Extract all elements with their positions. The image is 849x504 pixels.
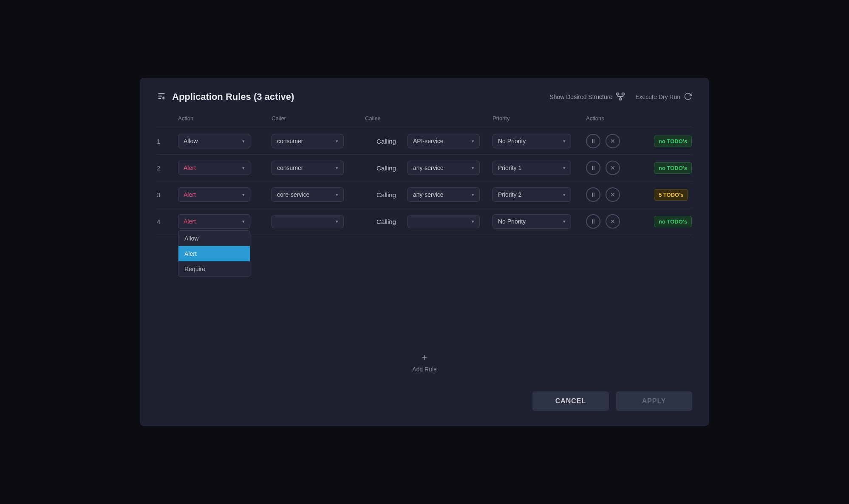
action-cell-2: Alert ▾ [178, 161, 272, 175]
action-dropdown-4[interactable]: Alert ▾ [178, 214, 250, 229]
rules-icon [157, 91, 166, 102]
chevron-down-icon: ▾ [563, 219, 566, 224]
chevron-down-icon: ▾ [563, 192, 566, 198]
priority-dropdown-1[interactable]: No Priority ▾ [492, 134, 571, 148]
dropdown-option-require[interactable]: Require [178, 261, 250, 277]
pause-button-2[interactable]: ⏸ [586, 161, 600, 175]
callee-cell-4: ▾ [408, 215, 492, 228]
col-action: Action [178, 115, 272, 122]
pause-icon: ⏸ [590, 164, 596, 171]
pause-icon: ⏸ [590, 191, 596, 198]
caller-dropdown-3[interactable]: core-service ▾ [272, 187, 344, 202]
delete-button-1[interactable]: ✕ [606, 134, 620, 148]
table-row: 3 Alert ▾ core-service ▾ Calling [157, 181, 692, 208]
dropdown-option-alert[interactable]: Alert [178, 246, 250, 261]
chevron-down-icon: ▾ [336, 165, 338, 171]
pause-button-3[interactable]: ⏸ [586, 187, 600, 202]
execute-dry-label: Execute Dry Run [635, 93, 680, 100]
callee-dropdown-2[interactable]: any-service ▾ [408, 161, 480, 175]
chevron-down-icon: ▾ [336, 139, 338, 144]
chevron-down-icon: ▾ [242, 165, 245, 171]
caller-cell-4: ▾ [272, 215, 365, 228]
todo-cell-4: no TODO's [654, 218, 713, 225]
dialog-title: Application Rules (3 active) [172, 91, 294, 102]
col-actions: Actions [586, 115, 654, 122]
show-structure-button[interactable]: Show Desired Structure [549, 92, 625, 102]
actions-cell-4: ⏸ ✕ [586, 214, 654, 229]
calling-label-1: Calling [376, 138, 396, 145]
action-cell-1: Allow ▾ [178, 134, 272, 148]
svg-rect-2 [619, 98, 622, 100]
delete-button-3[interactable]: ✕ [606, 187, 620, 202]
priority-dropdown-3[interactable]: Priority 2 ▾ [492, 187, 571, 202]
chevron-down-icon: ▾ [472, 192, 474, 198]
pause-button-4[interactable]: ⏸ [586, 214, 600, 229]
chevron-down-icon: ▾ [336, 192, 338, 198]
actions-cell-3: ⏸ ✕ [586, 187, 654, 202]
priority-dropdown-2[interactable]: Priority 1 ▾ [492, 161, 571, 175]
caller-dropdown-1[interactable]: consumer ▾ [272, 134, 344, 148]
add-rule-button[interactable]: + Add Rule [382, 344, 467, 381]
caller-cell-3: core-service ▾ [272, 187, 365, 202]
action-cell-4: Alert ▾ Allow Alert Require [178, 214, 272, 229]
callee-cell-1: API-service ▾ [408, 134, 492, 148]
action-cell-3: Alert ▾ [178, 187, 272, 202]
caller-cell-2: consumer ▾ [272, 161, 365, 175]
svg-rect-1 [622, 93, 625, 95]
title-group: Application Rules (3 active) [157, 91, 294, 102]
delete-button-4[interactable]: ✕ [606, 214, 620, 229]
priority-cell-1: No Priority ▾ [492, 134, 586, 148]
apply-button[interactable]: APPLY [616, 391, 692, 411]
close-icon: ✕ [610, 191, 615, 198]
callee-cell-2: any-service ▾ [408, 161, 492, 175]
execute-dry-run-button[interactable]: Execute Dry Run [635, 92, 692, 102]
rule-number: 2 [157, 164, 178, 172]
calling-label-2: Calling [376, 164, 396, 172]
caller-dropdown-4[interactable]: ▾ [272, 215, 344, 228]
col-todo [654, 115, 713, 122]
callee-cell-3: any-service ▾ [408, 187, 492, 202]
cancel-button[interactable]: CANCEL [532, 391, 609, 411]
close-icon: ✕ [610, 164, 615, 171]
actions-cell-2: ⏸ ✕ [586, 161, 654, 175]
pause-icon: ⏸ [590, 218, 596, 225]
chevron-down-icon: ▾ [242, 139, 245, 144]
table-row: 2 Alert ▾ consumer ▾ Calling any [157, 155, 692, 181]
todo-badge-4: no TODO's [654, 216, 692, 227]
action-dropdown-2[interactable]: Alert ▾ [178, 161, 250, 175]
col-priority: Priority [492, 115, 586, 122]
chevron-down-icon: ▾ [472, 139, 474, 144]
chevron-down-icon: ▾ [472, 219, 474, 224]
close-icon: ✕ [610, 218, 615, 225]
rule-number: 3 [157, 191, 178, 198]
dialog-footer: CANCEL APPLY [157, 381, 692, 411]
action-dropdown-menu: Allow Alert Require [178, 230, 250, 277]
delete-button-2[interactable]: ✕ [606, 161, 620, 175]
show-structure-label: Show Desired Structure [549, 93, 612, 100]
rule-number: 4 [157, 218, 178, 225]
action-dropdown-1[interactable]: Allow ▾ [178, 134, 250, 148]
callee-dropdown-1[interactable]: API-service ▾ [408, 134, 480, 148]
action-dropdown-3[interactable]: Alert ▾ [178, 187, 250, 202]
calling-label-4: Calling [376, 218, 396, 225]
refresh-icon [684, 92, 692, 102]
table-row: 1 Allow ▾ consumer ▾ Calling API [157, 128, 692, 155]
priority-cell-4: No Priority ▾ [492, 214, 586, 229]
priority-cell-2: Priority 1 ▾ [492, 161, 586, 175]
col-callee-label: Callee [365, 115, 408, 122]
chevron-down-icon: ▾ [242, 192, 245, 198]
todo-cell-2: no TODO's [654, 164, 713, 172]
todo-cell-1: no TODO's [654, 137, 713, 145]
pause-button-1[interactable]: ⏸ [586, 134, 600, 148]
todo-badge-2: no TODO's [654, 162, 692, 174]
priority-dropdown-4[interactable]: No Priority ▾ [492, 214, 571, 229]
caller-dropdown-2[interactable]: consumer ▾ [272, 161, 344, 175]
application-rules-dialog: Application Rules (3 active) Show Desire… [140, 78, 709, 426]
table-header: Action Caller Callee Priority Actions [157, 115, 692, 126]
callee-dropdown-4[interactable]: ▾ [408, 215, 480, 228]
callee-dropdown-3[interactable]: any-service ▾ [408, 187, 480, 202]
dropdown-option-allow[interactable]: Allow [178, 231, 250, 246]
chevron-down-icon: ▾ [472, 165, 474, 171]
rule-number: 1 [157, 138, 178, 145]
actions-cell-1: ⏸ ✕ [586, 134, 654, 148]
